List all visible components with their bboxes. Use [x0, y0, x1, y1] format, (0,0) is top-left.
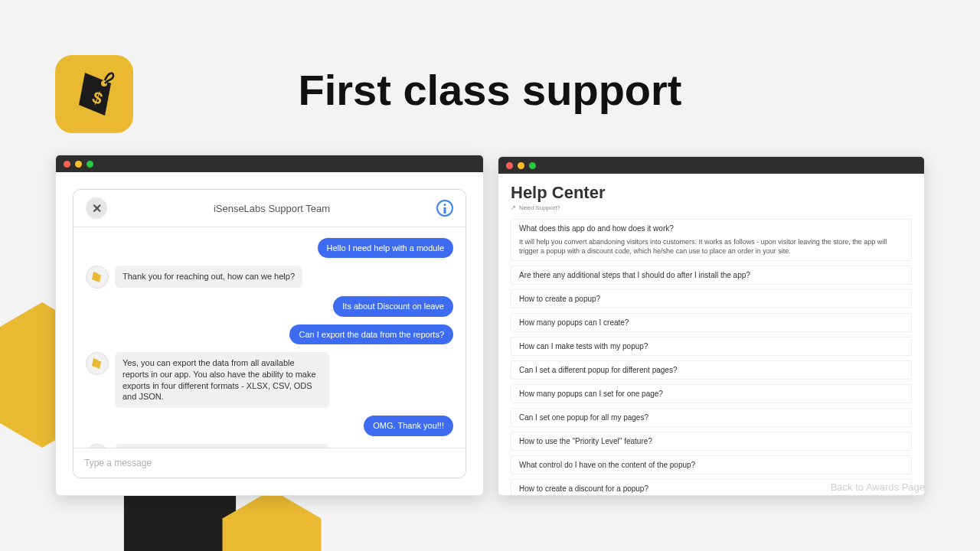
faq-question: How to use the "Priority Level" feature?: [519, 437, 903, 445]
faq-question: Can I set a different popup for differen…: [519, 366, 903, 374]
page-title: First class support: [0, 65, 980, 115]
faq-question: How many popups can I create?: [519, 318, 903, 327]
faq-item[interactable]: Can I set one popup for all my pages?: [511, 408, 912, 427]
faq-question: How many popups can I set for one page?: [519, 390, 903, 398]
close-icon[interactable]: ✕: [86, 197, 107, 219]
chat-message-left: Yes, you can export the data from all av…: [86, 352, 453, 408]
window-titlebar: [498, 157, 924, 174]
faq-item[interactable]: How many popups can I set for one page?: [511, 384, 912, 403]
faq-question: What control do I have on the content of…: [519, 461, 903, 469]
chat-bubble: OMG. Thank you!!!: [364, 416, 453, 435]
chat-bubble: Its about Discount on leave: [333, 296, 453, 316]
faq-item[interactable]: Can I set a different popup for differen…: [511, 360, 912, 380]
window-min-dot[interactable]: [518, 162, 524, 169]
external-link-icon: ↗: [511, 204, 516, 211]
help-title: Help Center: [511, 183, 912, 203]
faq-list: What does this app do and how does it wo…: [511, 219, 912, 496]
window-titlebar: [56, 155, 483, 172]
chat-input[interactable]: Type a message: [74, 448, 466, 478]
window-close-dot[interactable]: [64, 161, 70, 168]
svg-point-4: [99, 273, 100, 275]
faq-item[interactable]: Are there any additional steps that I sh…: [511, 266, 912, 285]
faq-item[interactable]: What does this app do and how does it wo…: [511, 219, 912, 261]
faq-question: Can I set one popup for all my pages?: [519, 413, 903, 422]
window-max-dot[interactable]: [87, 161, 93, 168]
chat-window: ✕ iSenseLabs Support Team Hello I need h…: [55, 155, 484, 496]
help-window: Help Center ↗ Need Support? What does th…: [498, 156, 925, 496]
faq-item[interactable]: How can I make tests with my popup?: [511, 337, 912, 356]
faq-question: Are there any additional steps that I sh…: [519, 271, 903, 279]
chat-bubble: Thank you for reaching out, how can we h…: [115, 266, 302, 288]
chat-bubble: Yes, you can export the data from all av…: [115, 352, 329, 408]
faq-question: How to create a popup?: [519, 295, 903, 303]
chat-bubble: Can I export the data from the reports?: [289, 324, 453, 344]
agent-avatar-icon: [86, 266, 109, 289]
agent-avatar-icon: [86, 352, 109, 375]
faq-item[interactable]: How to use the "Priority Level" feature?: [511, 432, 912, 451]
back-link[interactable]: Back to Awards Page: [831, 481, 925, 493]
faq-question: What does this app do and how does it wo…: [519, 224, 903, 233]
chat-thread: Hello I need help with a moduleThank you…: [74, 227, 466, 448]
chat-card: ✕ iSenseLabs Support Team Hello I need h…: [73, 189, 466, 478]
need-support-link[interactable]: ↗ Need Support?: [511, 204, 912, 211]
chat-title: iSenseLabs Support Team: [214, 203, 330, 214]
faq-answer: It will help you convert abandoning visi…: [519, 237, 903, 256]
chat-message-right: OMG. Thank you!!!: [86, 416, 453, 435]
chat-message-right: Its about Discount on leave: [86, 296, 453, 316]
faq-item[interactable]: What control do I have on the content of…: [511, 455, 912, 474]
chat-message-right: Hello I need help with a module: [86, 238, 453, 258]
chat-message-left: Thank you for reaching out, how can we h…: [86, 266, 453, 289]
window-min-dot[interactable]: [75, 161, 82, 168]
chat-bubble: Hello I need help with a module: [318, 238, 453, 258]
faq-item[interactable]: How many popups can I create?: [511, 313, 912, 332]
chat-message-right: Can I export the data from the reports?: [86, 324, 453, 344]
faq-question: How can I make tests with my popup?: [519, 342, 903, 350]
window-max-dot[interactable]: [529, 162, 536, 169]
window-close-dot[interactable]: [506, 162, 513, 169]
info-icon[interactable]: [436, 200, 453, 217]
faq-item[interactable]: How to create a popup?: [511, 289, 912, 308]
svg-point-6: [99, 360, 100, 361]
